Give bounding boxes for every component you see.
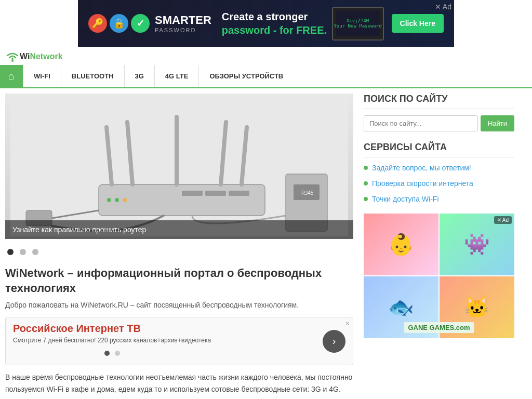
service-link-wifi-points[interactable]: Точки доступа Wi-Fi	[364, 195, 514, 203]
service-dot-ask	[364, 166, 368, 170]
logo-area: WiNetwork	[0, 51, 532, 65]
hero-slider: RJ45 Узнайте как правильно прошить роуте…	[5, 94, 353, 239]
services-section: СЕРВИСЫ САЙТА Задайте вопрос, мы ответим…	[364, 142, 514, 203]
hero-caption: Узнайте как правильно прошить роутер	[5, 220, 353, 239]
game-icon-1: 👶	[388, 232, 414, 257]
service-dot-wifi-points	[364, 197, 368, 201]
inline-ad-dots	[13, 347, 211, 360]
sidebar: ПОИСК ПО САЙТУ Найти СЕРВИСЫ САЙТА Задай…	[358, 88, 520, 399]
nav-item-reviews[interactable]: ОБЗОРЫ УСТРОЙСТВ	[198, 65, 294, 87]
svg-point-13	[123, 198, 127, 202]
ad-close-button[interactable]: ✕ Ad	[435, 3, 451, 11]
inline-ad-subtitle: Смотрите 7 дней бесплатно! 220 русских к…	[13, 337, 211, 344]
game-icon-2: 👾	[464, 232, 490, 257]
slider-dot-1[interactable]	[7, 249, 14, 255]
top-ad-banner: 🔑 🔒 ✓ SMARTER PASSWORD Create a stronger…	[78, 0, 454, 47]
ad-left-section: 🔑 🔒 ✓ SMARTER PASSWORD Create a stronger…	[88, 10, 327, 37]
hero-image: RJ45	[5, 94, 353, 239]
search-input[interactable]	[364, 115, 478, 131]
ad-check-icon: ✓	[131, 14, 150, 33]
ad-lock-icon: 🔒	[110, 14, 128, 33]
logo-wi: Wi	[20, 52, 30, 61]
ad-tagline: Create a strongerpassword - for FREE.	[222, 10, 327, 37]
logo-text: WiNetwork	[20, 52, 63, 61]
home-icon: ⌂	[8, 70, 15, 82]
slider-dot-2[interactable]	[20, 249, 26, 255]
ad-laptop-graphic: X+vjZ?4W Your New Password	[332, 7, 384, 41]
nav-label-reviews: ОБЗОРЫ УСТРОЙСТВ	[209, 72, 283, 80]
main-nav: ⌂ WI-FI BLUETOOTH 3G 4G LTE ОБЗОРЫ УСТРО…	[0, 65, 532, 87]
slider-dots[interactable]	[5, 244, 353, 261]
inline-ad-next-button[interactable]: ›	[323, 330, 345, 353]
inline-ad-banner: Российское Интернет ТВ Смотрите 7 дней б…	[5, 317, 353, 365]
svg-rect-8	[182, 191, 203, 196]
nav-home-button[interactable]: ⌂	[0, 65, 23, 87]
inline-ad-title: Российское Интернет ТВ	[13, 323, 211, 335]
nav-label-wifi: WI-FI	[34, 72, 50, 80]
service-link-ask[interactable]: Задайте вопрос, мы ответим!	[364, 164, 514, 172]
search-section: ПОИСК ПО САЙТУ Найти	[364, 94, 514, 131]
nav-item-3g[interactable]: 3G	[124, 65, 154, 87]
nav-item-4glte[interactable]: 4G LTE	[154, 65, 199, 87]
logo-network: Network	[30, 52, 62, 61]
ad-cta-button[interactable]: Click Here	[392, 14, 444, 33]
svg-point-11	[107, 198, 111, 202]
search-button[interactable]: Найти	[481, 115, 514, 131]
games-logo: GANE GAMES.com	[404, 322, 474, 333]
nav-label-bluetooth: BLUETOOTH	[72, 72, 114, 80]
nav-item-wifi[interactable]: WI-FI	[23, 65, 61, 87]
game-icon-4: 🐱	[464, 295, 490, 320]
inline-dot-2[interactable]	[115, 351, 120, 356]
slider-dot-3[interactable]	[32, 249, 38, 255]
hero-caption-text: Узнайте как правильно прошить роутер	[12, 225, 146, 234]
search-form: Найти	[364, 115, 514, 131]
svg-rect-9	[205, 191, 226, 196]
game-thumb-1[interactable]: 👶	[364, 214, 438, 275]
ad-tagline-highlight: password - for FREE.	[222, 24, 327, 36]
game-icon-3: 🐟	[388, 295, 414, 320]
inline-ad-content: Российское Интернет ТВ Смотрите 7 дней б…	[13, 323, 211, 360]
svg-point-12	[115, 198, 119, 202]
nav-label-4glte: 4G LTE	[165, 72, 189, 80]
article-intro: Добро пожаловать на WiNetwork.RU – сайт …	[5, 300, 353, 311]
service-link-speed[interactable]: Проверка скорости интернета	[364, 179, 514, 188]
router-illustration: RJ45	[10, 96, 348, 236]
svg-point-0	[11, 60, 14, 62]
service-dot-speed	[364, 181, 368, 185]
inline-ad-close-button[interactable]: ✕	[345, 320, 350, 327]
ad-key-icon: 🔑	[88, 14, 107, 33]
main-content: RJ45 Узнайте как правильно прошить роуте…	[0, 88, 532, 399]
services-section-title: СЕРВИСЫ САЙТА	[364, 142, 514, 157]
svg-rect-10	[229, 191, 249, 196]
service-label-speed: Проверка скорости интернета	[372, 179, 473, 188]
games-grid: 👶 👾 🐟 🐱	[364, 214, 514, 338]
wifi-logo-icon	[5, 51, 20, 62]
ad-password-display: X+vjZ?4W Your New Password	[334, 18, 381, 29]
article-title: WiNetwork – информационный портал о бесп…	[5, 266, 353, 296]
svg-text:RJ45: RJ45	[301, 190, 314, 196]
games-ad-banner: 👶 👾 🐟 🐱 ✕ Ad GANE GAMES.com	[364, 214, 514, 338]
content-area: RJ45 Узнайте как правильно прошить роуте…	[0, 88, 358, 399]
nav-item-bluetooth[interactable]: BLUETOOTH	[61, 65, 124, 87]
ad-brand-sub: PASSWORD	[155, 27, 211, 33]
ad-right-section: X+vjZ?4W Your New Password Click Here	[332, 7, 444, 41]
article-body: В наше время беспроводные технологии нео…	[5, 371, 353, 395]
ad-laptop-screen: X+vjZ?4W Your New Password	[336, 10, 380, 36]
nav-label-3g: 3G	[135, 72, 144, 80]
service-label-ask: Задайте вопрос, мы ответим!	[372, 164, 471, 172]
inline-dot-1[interactable]	[104, 351, 110, 356]
ad-icons: 🔑 🔒 ✓	[88, 14, 150, 33]
site-header: WiNetwork ⌂ WI-FI BLUETOOTH 3G 4G LTE ОБ…	[0, 47, 532, 88]
search-section-title: ПОИСК ПО САЙТУ	[364, 94, 514, 109]
ad-brand: SMARTER PASSWORD	[155, 14, 211, 33]
service-label-wifi-points: Точки доступа Wi-Fi	[372, 195, 439, 203]
games-ad-badge[interactable]: ✕ Ad	[494, 216, 512, 224]
ad-brand-name: SMARTER	[155, 14, 211, 27]
